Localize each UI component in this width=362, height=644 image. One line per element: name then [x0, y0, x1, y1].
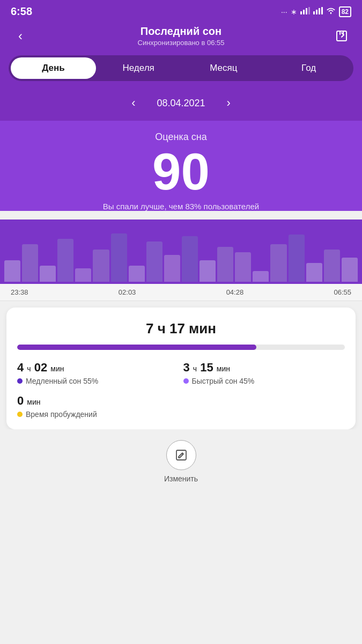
svg-rect-9	[176, 450, 186, 460]
chart-bar	[342, 258, 358, 282]
svg-rect-2	[306, 8, 307, 14]
chart-bar	[129, 266, 145, 282]
chart-bar	[93, 250, 109, 282]
chart-bar	[306, 263, 322, 282]
signal-dots-icon: ···	[281, 8, 287, 16]
status-bar: 6:58 ··· ∗ 82	[0, 0, 362, 21]
tab-day[interactable]: День	[11, 57, 96, 79]
share-button[interactable]	[332, 26, 351, 46]
deep-sleep-stat: 4 ч 02 мин Медленный сон 55%	[17, 361, 179, 385]
svg-rect-1	[303, 10, 305, 14]
tabs-container: День Неделя Месяц Год	[0, 55, 362, 90]
total-sleep-time: 7 ч 17 мин	[17, 320, 345, 337]
deep-sleep-dot	[17, 378, 23, 384]
sleep-score-description: Вы спали лучше, чем 83% пользователей	[11, 202, 351, 211]
chart-bar	[146, 241, 162, 282]
chart-time-labels: 23:38 02:03 04:28 06:55	[0, 284, 362, 301]
svg-rect-3	[308, 7, 310, 14]
signal2-icon	[313, 7, 323, 16]
wake-time: 0 мин	[17, 394, 179, 408]
tab-month[interactable]: Месяц	[181, 57, 267, 79]
svg-rect-4	[313, 11, 315, 14]
chart-bar	[75, 268, 91, 282]
svg-rect-7	[321, 7, 323, 14]
sleep-score-section: Оценка сна 90 Вы спали лучше, чем 83% по…	[0, 121, 362, 211]
bottom-action: Изменить	[0, 429, 362, 492]
chart-bar	[182, 236, 198, 282]
sleep-stats-grid: 4 ч 02 мин Медленный сон 55% 3 ч 15 мин …	[17, 361, 345, 419]
signal-icon	[300, 7, 310, 16]
date-navigation: ‹ 08.04.2021 ›	[0, 90, 362, 121]
status-time: 6:58	[11, 5, 32, 18]
sleep-progress-bar	[17, 345, 345, 350]
svg-rect-6	[319, 8, 320, 14]
svg-rect-0	[300, 11, 302, 14]
time-label-end: 06:55	[334, 288, 351, 296]
header: ‹ Последний сон Синхронизировано в 06:55	[0, 21, 362, 55]
stats-card: 7 ч 17 мин 4 ч 02 мин Медленный сон 55% …	[6, 308, 356, 429]
chart-bar	[270, 244, 286, 282]
wake-label: Время пробуждений	[17, 410, 179, 419]
tab-year[interactable]: Год	[266, 57, 351, 79]
tab-week[interactable]: Неделя	[96, 57, 181, 79]
chart-bar	[22, 244, 38, 282]
sleep-score-number: 90	[11, 146, 351, 197]
rem-sleep-label: Быстрый сон 45%	[183, 377, 345, 385]
next-date-button[interactable]: ›	[221, 94, 236, 112]
edit-label: Изменить	[164, 474, 198, 483]
edit-button[interactable]	[166, 440, 196, 470]
current-date: 08.04.2021	[157, 98, 205, 109]
period-tabs: День Неделя Месяц Год	[9, 55, 353, 81]
time-label-3: 04:28	[226, 288, 244, 296]
wake-stat: 0 мин Время пробуждений	[17, 394, 179, 419]
rem-sleep-time: 3 ч 15 мин	[183, 361, 345, 375]
sleep-score-label: Оценка сна	[11, 131, 351, 143]
chart-bar	[4, 260, 20, 282]
edit-icon	[175, 449, 188, 462]
battery-icon: 82	[339, 6, 351, 17]
back-button[interactable]: ‹	[11, 26, 30, 46]
chart-bars	[4, 219, 358, 284]
page-title: Последний сон	[138, 25, 225, 38]
chart-bar	[200, 260, 216, 282]
wifi-icon	[326, 7, 336, 16]
chart-bar	[324, 250, 340, 282]
sync-status: Синхронизировано в 06:55	[138, 39, 225, 47]
time-label-start: 23:38	[11, 288, 28, 296]
status-icons: ··· ∗ 82	[281, 6, 351, 17]
rem-sleep-dot	[183, 378, 189, 384]
bluetooth-icon: ∗	[291, 8, 297, 16]
chart-bar	[217, 247, 233, 282]
chart-bar	[111, 233, 127, 282]
chart-bar	[57, 239, 73, 282]
prev-date-button[interactable]: ‹	[126, 94, 141, 112]
sleep-chart	[0, 219, 362, 284]
chart-bar	[253, 271, 269, 282]
chart-bar	[40, 266, 56, 282]
chart-bar	[235, 252, 251, 282]
sleep-bar-fill	[17, 345, 256, 350]
deep-sleep-time: 4 ч 02 мин	[17, 361, 179, 375]
deep-sleep-label: Медленный сон 55%	[17, 377, 179, 385]
wake-dot	[17, 412, 23, 417]
chart-bar	[289, 235, 305, 282]
time-label-2: 02:03	[119, 288, 136, 296]
svg-rect-5	[316, 10, 317, 14]
chart-bar	[164, 255, 180, 282]
header-center: Последний сон Синхронизировано в 06:55	[138, 25, 225, 47]
rem-sleep-stat: 3 ч 15 мин Быстрый сон 45%	[183, 361, 345, 385]
